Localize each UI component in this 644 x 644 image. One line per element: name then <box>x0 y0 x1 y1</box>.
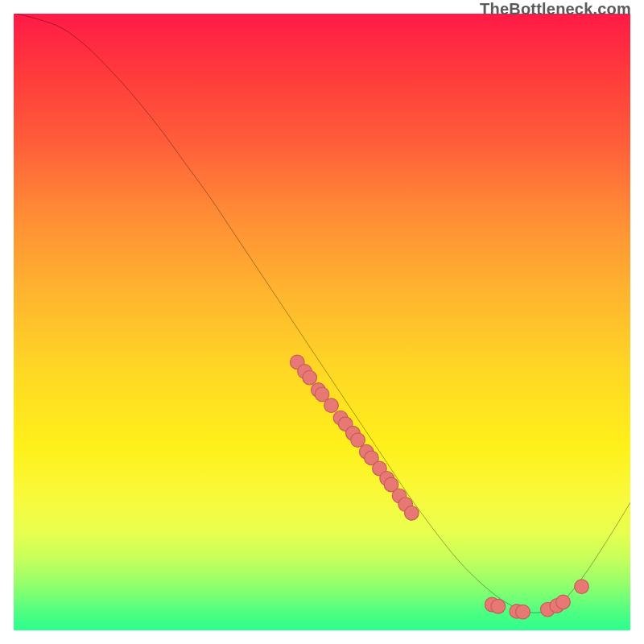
gradient-background <box>13 13 631 631</box>
plot-area <box>13 13 631 631</box>
chart-container: TheBottleneck.com <box>0 0 644 644</box>
watermark-text: TheBottleneck.com <box>480 0 631 19</box>
